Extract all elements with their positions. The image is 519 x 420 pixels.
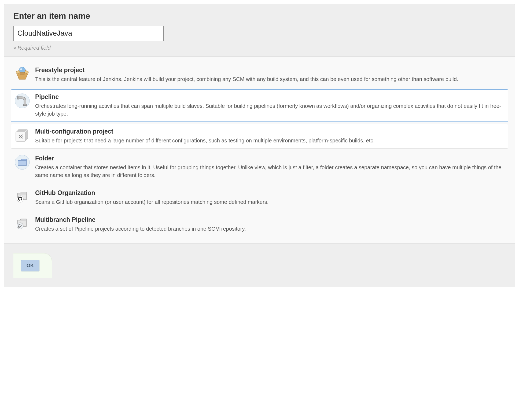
new-item-panel: Enter an item name »Required field Frees… (4, 4, 515, 287)
footer-section: OK (4, 243, 515, 287)
item-title: Freestyle project (35, 67, 504, 74)
svg-point-2 (15, 94, 30, 108)
branch-folder-icon (15, 216, 30, 231)
box-open-icon (15, 67, 30, 82)
header-section: Enter an item name »Required field (4, 4, 515, 57)
page-title: Enter an item name (13, 11, 506, 21)
svg-point-11 (17, 223, 23, 229)
pipe-elbow-icon (15, 93, 30, 108)
multi-folders-icon (15, 128, 30, 143)
item-title: Multi-configuration project (35, 128, 504, 135)
item-type-list: Freestyle project This is the central fe… (4, 57, 515, 243)
item-name-input[interactable] (13, 26, 164, 41)
svg-point-1 (20, 68, 22, 70)
item-type-freestyle[interactable]: Freestyle project This is the central fe… (11, 62, 508, 87)
item-type-github-org[interactable]: GitHub Organization Scans a GitHub organ… (11, 185, 508, 210)
item-desc: Suitable for projects that need a large … (35, 137, 504, 145)
item-title: Multibranch Pipeline (35, 216, 504, 223)
item-desc: This is the central feature of Jenkins. … (35, 75, 504, 83)
item-type-pipeline[interactable]: Pipeline Orchestrates long-running activ… (11, 89, 508, 122)
item-type-multibranch[interactable]: Multibranch Pipeline Creates a set of Pi… (11, 212, 508, 237)
item-desc: Scans a GitHub organization (or user acc… (35, 198, 504, 206)
svg-rect-4 (23, 104, 27, 106)
item-title: Pipeline (35, 93, 504, 101)
github-folder-icon (15, 189, 30, 204)
item-title: Folder (35, 155, 504, 162)
item-type-multiconfig[interactable]: Multi-configuration project Suitable for… (11, 124, 508, 149)
folder-icon (15, 155, 30, 170)
item-desc: Creates a container that stores nested i… (35, 164, 504, 179)
item-type-folder[interactable]: Folder Creates a container that stores n… (11, 151, 508, 183)
svg-rect-3 (17, 96, 19, 99)
item-title: GitHub Organization (35, 189, 504, 197)
item-desc: Orchestrates long-running activities tha… (35, 102, 504, 118)
item-desc: Creates a set of Pipeline projects accor… (35, 225, 504, 233)
ok-button[interactable]: OK (21, 260, 39, 271)
required-field-note: »Required field (13, 45, 506, 51)
ok-wrapper: OK (13, 253, 52, 278)
